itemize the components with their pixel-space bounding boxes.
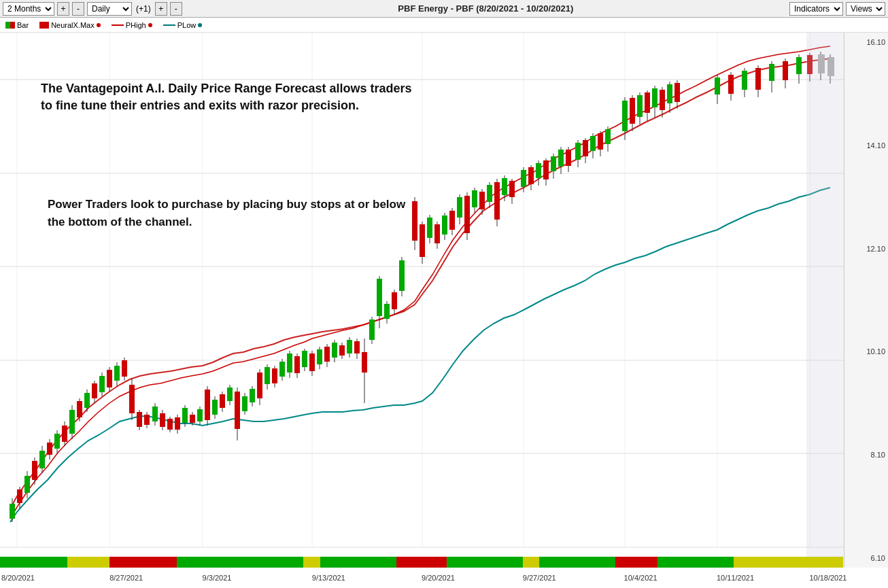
svg-rect-81 [250, 389, 255, 402]
svg-rect-155 [536, 163, 541, 178]
band-segment [143, 557, 177, 568]
neural-dot-icon [97, 23, 101, 27]
plow-dot-icon [198, 23, 202, 27]
svg-rect-29 [54, 434, 60, 449]
svg-rect-75 [227, 387, 233, 401]
interval-select[interactable]: Daily Weekly [87, 2, 132, 16]
svg-rect-87 [272, 368, 277, 383]
svg-rect-183 [652, 88, 658, 107]
plow-line-icon [163, 24, 175, 26]
svg-rect-181 [645, 92, 650, 113]
price-label-6: 6.10 [847, 554, 885, 562]
offset-minus-button[interactable]: - [170, 2, 182, 16]
band-segment [590, 557, 615, 568]
band-segment [497, 557, 522, 568]
price-axis: 16.10 14.10 12.10 10.10 8.10 6.10 [844, 33, 888, 568]
svg-rect-165 [575, 143, 581, 160]
band-segment [84, 557, 109, 568]
period-select[interactable]: 2 Months 1 Month 3 Months [3, 2, 54, 16]
svg-rect-185 [660, 90, 665, 110]
svg-rect-59 [167, 419, 173, 430]
svg-rect-189 [674, 83, 680, 102]
svg-rect-51 [137, 412, 142, 427]
x-label-4: 9/20/2021 [422, 574, 455, 582]
chart-area: .grid-line { stroke: #ddd; stroke-width:… [0, 33, 888, 588]
svg-rect-31 [62, 426, 67, 442]
svg-rect-201 [783, 61, 788, 80]
svg-rect-161 [558, 150, 564, 167]
band-segment [565, 557, 590, 568]
svg-rect-125 [420, 224, 425, 257]
svg-rect-23 [32, 461, 37, 480]
phigh-dot-icon [148, 23, 152, 27]
band-segment [177, 557, 202, 568]
svg-rect-93 [294, 356, 300, 373]
svg-rect-91 [287, 353, 292, 373]
svg-rect-99 [317, 349, 322, 364]
svg-rect-113 [369, 319, 375, 340]
legend-neural: NeuralX.Max [39, 21, 101, 29]
svg-rect-49 [129, 385, 135, 413]
svg-rect-195 [742, 71, 747, 90]
svg-rect-151 [521, 170, 526, 187]
band-segment [539, 557, 564, 568]
band-segment [0, 557, 67, 568]
svg-rect-187 [667, 84, 672, 103]
svg-rect-149 [509, 181, 515, 197]
annotation-text-1: The Vantagepoint A.I. Daily Price Range … [41, 80, 422, 114]
band-segment [447, 557, 472, 568]
indicators-select[interactable]: Indicators [789, 2, 843, 16]
svg-rect-145 [494, 182, 500, 220]
band-segment [632, 557, 658, 568]
svg-rect-117 [384, 304, 390, 319]
svg-rect-33 [69, 410, 75, 434]
toolbar: 2 Months 1 Month 3 Months + - Daily Week… [0, 0, 888, 18]
svg-rect-135 [457, 197, 462, 218]
svg-rect-47 [122, 360, 127, 377]
svg-rect-69 [205, 390, 210, 420]
period-plus-button[interactable]: + [57, 2, 69, 16]
svg-rect-25 [39, 451, 45, 468]
svg-rect-111 [362, 352, 367, 373]
bar-label: Bar [17, 21, 29, 29]
bar-color-icon [5, 22, 15, 29]
svg-rect-141 [479, 192, 485, 209]
svg-rect-157 [543, 160, 549, 179]
x-label-2: 9/3/2021 [203, 574, 232, 582]
svg-rect-89 [279, 362, 285, 377]
band-segment [422, 557, 447, 568]
svg-rect-101 [324, 347, 330, 362]
band-segment [523, 557, 540, 568]
svg-rect-109 [354, 341, 360, 353]
svg-rect-147 [502, 178, 507, 195]
annotation-text-2: Power Traders look to purchase by placin… [48, 196, 415, 230]
svg-rect-63 [182, 408, 188, 423]
svg-rect-73 [220, 394, 225, 408]
x-label-1: 8/27/2021 [109, 574, 143, 582]
svg-rect-129 [434, 224, 440, 243]
band-segment [320, 557, 345, 568]
x-axis: 8/20/2021 8/27/2021 9/3/2021 9/13/2021 9… [0, 568, 843, 588]
svg-rect-153 [528, 167, 534, 184]
price-label-2: 14.10 [847, 141, 885, 150]
svg-rect-85 [264, 367, 270, 384]
svg-rect-199 [769, 64, 774, 81]
price-label-1: 16.10 [847, 38, 885, 46]
svg-rect-43 [107, 370, 112, 387]
chart-title: PBF Energy - PBF (8/20/2021 - 10/20/2021… [185, 3, 787, 14]
svg-rect-39 [92, 383, 97, 398]
offset-plus-button[interactable]: + [155, 2, 167, 16]
period-minus-button[interactable]: - [72, 2, 84, 16]
svg-rect-107 [347, 340, 352, 353]
svg-rect-115 [377, 279, 382, 316]
svg-rect-35 [77, 401, 82, 417]
color-band [0, 557, 843, 568]
svg-rect-97 [309, 353, 315, 371]
svg-rect-131 [442, 215, 447, 235]
views-select[interactable]: Views [846, 2, 885, 16]
svg-rect-37 [84, 393, 90, 408]
svg-rect-127 [427, 218, 432, 238]
svg-rect-95 [302, 351, 307, 367]
band-segment [472, 557, 497, 568]
x-label-0: 8/20/2021 [1, 574, 35, 582]
